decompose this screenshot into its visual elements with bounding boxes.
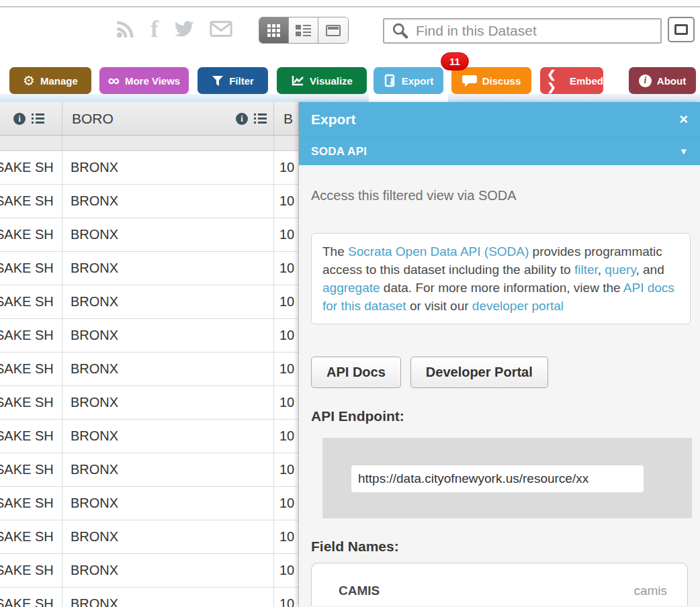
column-info-icon[interactable]: i	[13, 113, 26, 125]
table-row[interactable]: SAKE SH BRONX 10	[0, 386, 299, 420]
filter-button[interactable]: Filter	[198, 67, 268, 94]
table-row[interactable]: SAKE SH BRONX 10	[0, 218, 299, 252]
soda-api-section-header[interactable]: SODA API ▼	[299, 137, 700, 165]
fatrow-view-button[interactable]	[289, 17, 318, 43]
api-docs-button[interactable]: API Docs	[311, 357, 401, 388]
about-button[interactable]: i About	[629, 67, 696, 94]
cell-dba[interactable]: SAKE SH	[0, 588, 62, 607]
cell-dba[interactable]: SAKE SH	[0, 319, 62, 352]
table-row[interactable]: SAKE SH BRONX 10	[0, 487, 299, 520]
cell-boro[interactable]: BRONX	[62, 453, 274, 486]
table-row[interactable]: SAKE SH BRONX 10	[0, 453, 299, 487]
code-icon: ❮ ❯	[540, 68, 564, 93]
cell-boro[interactable]: BRONX	[62, 386, 274, 419]
cell-building[interactable]: 10	[274, 353, 299, 385]
cell-boro[interactable]: BRONX	[62, 151, 274, 184]
aggregate-link[interactable]: aggregate	[322, 281, 380, 295]
table-row[interactable]: SAKE SH BRONX 10	[0, 554, 299, 588]
cell-boro[interactable]: BRONX	[62, 252, 274, 285]
table-row[interactable]: SAKE SH BRONX 10	[0, 252, 299, 285]
cell-boro[interactable]: BRONX	[62, 554, 274, 587]
api-endpoint-box	[322, 438, 692, 518]
cell-building[interactable]: 10	[274, 386, 299, 419]
more-views-button[interactable]: ∞ More Views	[99, 67, 189, 94]
cell-building[interactable]: 10	[274, 420, 299, 453]
cell-dba[interactable]: SAKE SH	[0, 386, 62, 419]
cell-boro[interactable]: BRONX	[62, 588, 274, 607]
twitter-icon[interactable]	[173, 20, 195, 38]
field-names-box: CAMIS camis	[311, 563, 688, 606]
cell-building[interactable]: 10	[274, 588, 299, 607]
cell-building[interactable]: 10	[274, 185, 299, 218]
search-icon	[392, 22, 409, 40]
grid-blank-row	[0, 136, 299, 151]
developer-portal-link[interactable]: developer portal	[472, 299, 564, 313]
cell-boro[interactable]: BRONX	[62, 353, 274, 385]
discuss-button[interactable]: Discuss	[451, 67, 531, 94]
cell-dba[interactable]: SAKE SH	[0, 487, 62, 520]
table-row[interactable]: SAKE SH BRONX 10	[0, 185, 299, 218]
cell-building[interactable]: 10	[274, 319, 299, 352]
embed-button[interactable]: ❮ ❯ Embed	[540, 67, 603, 94]
cell-building[interactable]: 10	[274, 453, 299, 486]
cell-dba[interactable]: SAKE SH	[0, 185, 62, 218]
grid-view-button[interactable]	[259, 17, 289, 43]
cell-dba[interactable]: SAKE SH	[0, 420, 62, 453]
cell-boro[interactable]: BRONX	[62, 487, 274, 520]
cell-dba[interactable]: SAKE SH	[0, 252, 62, 285]
cell-building[interactable]: 10	[274, 285, 299, 318]
search-input[interactable]	[409, 23, 660, 39]
cell-dba[interactable]: SAKE SH	[0, 554, 62, 587]
cell-building[interactable]: 10	[274, 520, 299, 553]
rss-icon[interactable]	[116, 19, 136, 39]
filter-link[interactable]: filter	[574, 263, 598, 277]
table-row[interactable]: SAKE SH BRONX 10	[0, 520, 299, 554]
table-row[interactable]: SAKE SH BRONX 10	[0, 588, 299, 607]
cell-dba[interactable]: SAKE SH	[0, 151, 62, 184]
chevron-down-icon: ▼	[679, 146, 688, 156]
export-button[interactable]: Export	[374, 67, 443, 94]
cell-building[interactable]: 10	[274, 151, 299, 184]
cell-dba[interactable]: SAKE SH	[0, 285, 62, 318]
column-menu-icon[interactable]	[254, 113, 267, 124]
column-menu-icon[interactable]	[32, 113, 44, 124]
cell-boro[interactable]: BRONX	[62, 218, 274, 251]
table-row[interactable]: SAKE SH BRONX 10	[0, 353, 299, 386]
cell-dba[interactable]: SAKE SH	[0, 218, 62, 251]
band-strip	[0, 94, 700, 102]
close-icon[interactable]: ×	[679, 113, 688, 126]
column-header-building[interactable]: B	[274, 102, 299, 135]
cell-boro[interactable]: BRONX	[62, 319, 274, 352]
facebook-icon[interactable]: f	[150, 19, 159, 39]
visualize-button[interactable]: Visualize	[277, 67, 367, 94]
column-header-boro[interactable]: BORO i	[62, 102, 274, 135]
cell-boro[interactable]: BRONX	[62, 520, 274, 553]
cell-dba[interactable]: SAKE SH	[0, 353, 62, 385]
cell-dba[interactable]: SAKE SH	[0, 453, 62, 486]
column-header-dba[interactable]: i	[0, 102, 62, 135]
cell-building[interactable]: 10	[274, 252, 299, 285]
cell-boro[interactable]: BRONX	[62, 185, 274, 218]
page-view-button[interactable]	[318, 17, 348, 43]
speech-bubble-icon	[462, 75, 477, 87]
developer-portal-button[interactable]: Developer Portal	[410, 357, 548, 388]
table-row[interactable]: SAKE SH BRONX 10	[0, 151, 299, 185]
table-row[interactable]: SAKE SH BRONX 10	[0, 420, 299, 453]
table-row[interactable]: SAKE SH BRONX 10	[0, 285, 299, 319]
cell-building[interactable]: 10	[274, 487, 299, 520]
export-panel-title: Export	[311, 111, 356, 128]
cell-building[interactable]: 10	[274, 218, 299, 251]
soda-link[interactable]: Socrata Open Data API (SODA)	[348, 244, 529, 259]
query-link[interactable]: query	[605, 263, 636, 277]
column-info-icon[interactable]: i	[236, 113, 248, 125]
manage-button[interactable]: ⚙ Manage	[9, 67, 91, 94]
cell-building[interactable]: 10	[274, 554, 299, 587]
email-icon[interactable]	[210, 21, 232, 37]
cell-boro[interactable]: BRONX	[62, 420, 274, 453]
cell-boro[interactable]: BRONX	[62, 285, 274, 318]
table-row[interactable]: SAKE SH BRONX 10	[0, 319, 299, 353]
fullscreen-button[interactable]	[668, 17, 695, 42]
api-endpoint-input[interactable]	[351, 465, 644, 492]
cell-dba[interactable]: SAKE SH	[0, 520, 62, 553]
action-button-bar: ⚙ Manage ∞ More Views Filter Visualize E…	[0, 59, 700, 102]
